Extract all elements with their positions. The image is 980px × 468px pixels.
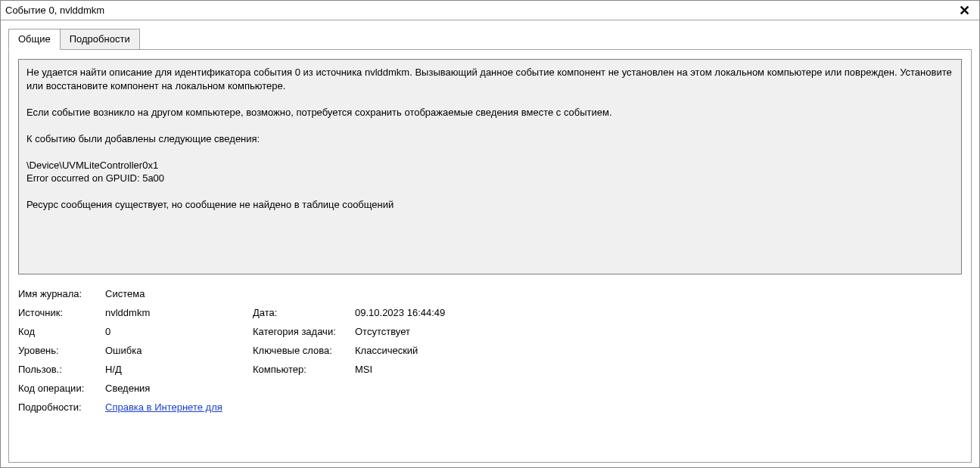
value-source: nvlddmkm: [105, 307, 150, 318]
value-opcode: Сведения: [105, 383, 150, 394]
row-opcode: Код операции: Сведения: [18, 383, 962, 394]
close-icon[interactable]: ✕: [956, 4, 973, 17]
tab-details[interactable]: Подробности: [61, 29, 140, 50]
value-computer: MSI: [355, 364, 372, 375]
content-area: Общие Подробности Не удается найти описа…: [1, 20, 979, 467]
titlebar: Событие 0, nvlddmkm ✕: [1, 1, 979, 20]
label-more-info: Подробности:: [18, 401, 105, 413]
row-user-computer: Пользов.: Н/Д Компьютер: MSI: [18, 364, 962, 375]
value-code: 0: [105, 326, 110, 337]
row-code-category: Код 0 Категория задачи: Отсутствует: [18, 326, 962, 337]
label-keywords: Ключевые слова:: [253, 345, 355, 356]
tab-body-general: Не удается найти описание для идентифика…: [8, 49, 972, 463]
label-computer: Компьютер:: [253, 364, 355, 375]
value-keywords: Классический: [355, 345, 418, 356]
window-title: Событие 0, nvlddmkm: [5, 5, 104, 16]
label-code: Код: [18, 326, 105, 337]
row-log-name: Имя журнала: Система: [18, 288, 962, 299]
label-log-name: Имя журнала:: [18, 288, 105, 299]
event-properties-window: Событие 0, nvlddmkm ✕ Общие Подробности …: [0, 0, 980, 468]
label-date: Дата:: [253, 307, 355, 318]
properties-grid: Имя журнала: Система Источник: nvlddmkm …: [18, 288, 962, 420]
row-more-info: Подробности: Справка в Интернете для: [18, 401, 962, 413]
label-task-category: Категория задачи:: [253, 326, 355, 337]
value-user: Н/Д: [105, 364, 122, 375]
value-task-category: Отсутствует: [355, 326, 410, 337]
label-user: Пользов.:: [18, 364, 105, 375]
label-source: Источник:: [18, 307, 105, 318]
value-date: 09.10.2023 16:44:49: [355, 307, 445, 318]
label-opcode: Код операции:: [18, 383, 105, 394]
row-level-keywords: Уровень: Ошибка Ключевые слова: Классиче…: [18, 345, 962, 356]
label-level: Уровень:: [18, 345, 105, 356]
event-description[interactable]: Не удается найти описание для идентифика…: [18, 59, 962, 274]
online-help-link[interactable]: Справка в Интернете для: [105, 401, 222, 413]
tab-general[interactable]: Общие: [8, 29, 61, 50]
tabs: Общие Подробности: [8, 28, 972, 49]
value-level: Ошибка: [105, 345, 142, 356]
value-log-name: Система: [105, 288, 145, 299]
row-source-date: Источник: nvlddmkm Дата: 09.10.2023 16:4…: [18, 307, 962, 318]
